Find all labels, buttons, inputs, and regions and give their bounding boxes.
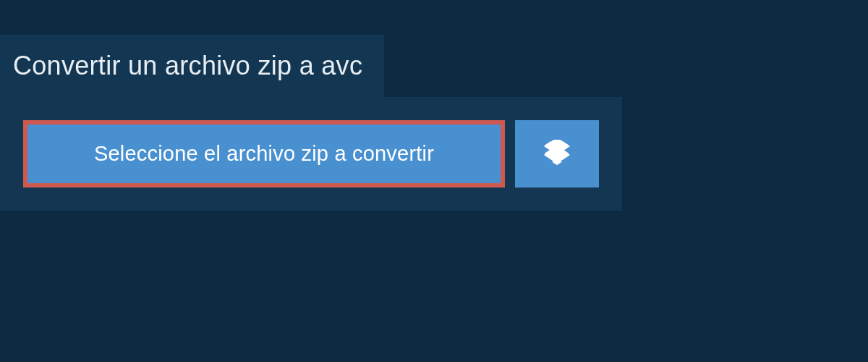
- dropbox-icon: [544, 140, 570, 169]
- header-bar: Convertir un archivo zip a avc: [0, 35, 384, 97]
- dropbox-button[interactable]: [515, 120, 599, 188]
- select-file-label: Seleccione el archivo zip a convertir: [94, 142, 434, 165]
- button-row: Seleccione el archivo zip a convertir: [23, 120, 599, 188]
- main-panel: Seleccione el archivo zip a convertir: [0, 97, 622, 211]
- select-file-button[interactable]: Seleccione el archivo zip a convertir: [23, 120, 505, 188]
- page-title: Convertir un archivo zip a avc: [13, 51, 362, 81]
